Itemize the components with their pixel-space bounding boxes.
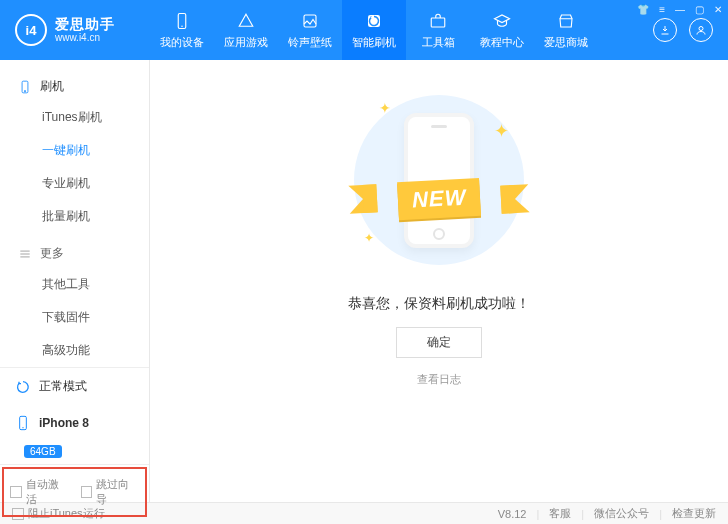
storage-badge: 64GB [24, 445, 62, 458]
sidebar: 刷机 iTunes刷机 一键刷机 专业刷机 批量刷机 更多 其他工具 下载固件 … [0, 60, 150, 502]
svg-point-7 [24, 90, 25, 91]
nav-tutorials[interactable]: 教程中心 [470, 0, 534, 60]
toolbox-icon [428, 11, 448, 31]
star-icon: ✦ [379, 100, 391, 116]
brand-name: 爱思助手 [55, 17, 115, 32]
svg-rect-4 [431, 18, 445, 27]
brand-url: www.i4.cn [55, 32, 115, 43]
phone-icon [18, 80, 32, 94]
star-icon: ✦ [364, 231, 374, 245]
app-logo: i4 爱思助手 www.i4.cn [0, 14, 150, 46]
svg-point-12 [22, 427, 23, 428]
sidebar-item-other-tools[interactable]: 其他工具 [0, 268, 149, 301]
nav-apps[interactable]: 应用游戏 [214, 0, 278, 60]
skip-wizard-checkbox[interactable]: 跳过向导 [81, 477, 140, 507]
sidebar-group-more[interactable]: 更多 [0, 239, 149, 268]
graduation-icon [492, 11, 512, 31]
sidebar-item-batch-flash[interactable]: 批量刷机 [0, 200, 149, 233]
phone-icon [172, 11, 192, 31]
sidebar-item-download-firmware[interactable]: 下载固件 [0, 301, 149, 334]
device-mode[interactable]: 正常模式 [0, 368, 149, 405]
wallpaper-icon [300, 11, 320, 31]
top-nav: 我的设备 应用游戏 铃声壁纸 智能刷机 工具箱 教程中心 爱思商城 [150, 0, 653, 60]
user-button[interactable] [689, 18, 713, 42]
star-icon: ✦ [494, 120, 509, 142]
refresh-icon [15, 379, 31, 395]
logo-badge: i4 [15, 14, 47, 46]
sidebar-item-advanced[interactable]: 高级功能 [0, 334, 149, 367]
download-button[interactable] [653, 18, 677, 42]
new-ribbon: NEW [339, 175, 539, 223]
nav-my-device[interactable]: 我的设备 [150, 0, 214, 60]
view-log-link[interactable]: 查看日志 [417, 372, 461, 387]
version-label: V8.12 [498, 508, 527, 520]
device-info[interactable]: iPhone 8 [0, 405, 149, 441]
sidebar-item-onekey-flash[interactable]: 一键刷机 [0, 134, 149, 167]
ok-button[interactable]: 确定 [396, 327, 482, 358]
menu-icon [18, 247, 32, 261]
apps-icon [236, 11, 256, 31]
support-link[interactable]: 客服 [549, 506, 571, 521]
auto-activate-checkbox[interactable]: 自动激活 [10, 477, 69, 507]
titlebar-close-icon[interactable]: ✕ [714, 4, 722, 15]
sidebar-item-itunes-flash[interactable]: iTunes刷机 [0, 101, 149, 134]
success-message: 恭喜您，保资料刷机成功啦！ [348, 295, 530, 313]
titlebar-maximize-icon[interactable]: ▢ [695, 4, 704, 15]
sidebar-group-flash[interactable]: 刷机 [0, 72, 149, 101]
wechat-link[interactable]: 微信公众号 [594, 506, 649, 521]
check-update-link[interactable]: 检查更新 [672, 506, 716, 521]
main-content: ✦ ✦ ✦ NEW 恭喜您，保资料刷机成功啦！ 确定 查看日志 [150, 60, 728, 502]
titlebar-minimize-icon[interactable]: — [675, 4, 685, 15]
sidebar-item-pro-flash[interactable]: 专业刷机 [0, 167, 149, 200]
success-illustration: ✦ ✦ ✦ NEW [349, 90, 529, 270]
nav-toolbox[interactable]: 工具箱 [406, 0, 470, 60]
svg-point-1 [181, 25, 183, 27]
svg-point-5 [699, 27, 703, 31]
phone-icon [15, 415, 31, 431]
nav-store[interactable]: 爱思商城 [534, 0, 598, 60]
flash-icon [364, 11, 384, 31]
nav-flash[interactable]: 智能刷机 [342, 0, 406, 60]
nav-ringtones[interactable]: 铃声壁纸 [278, 0, 342, 60]
titlebar-shirt-icon[interactable]: 👕 [637, 4, 649, 15]
store-icon [556, 11, 576, 31]
titlebar-menu-icon[interactable]: ≡ [659, 4, 665, 15]
